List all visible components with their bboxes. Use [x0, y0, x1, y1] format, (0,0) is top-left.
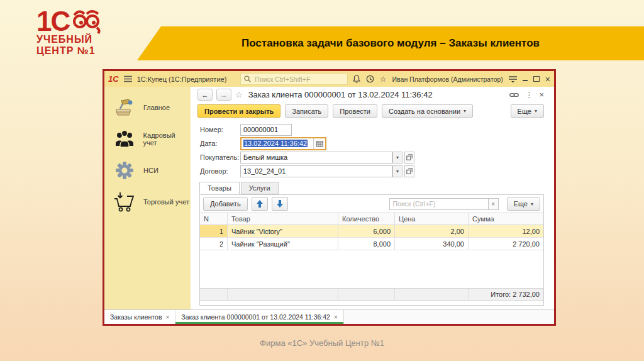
total-cell: Итого: 2 732,00	[469, 289, 543, 300]
clear-search-icon[interactable]: ×	[488, 198, 499, 210]
minimize-button[interactable]	[523, 75, 528, 83]
global-search[interactable]	[240, 73, 347, 85]
slide: 1С УЧЕБНЫЙ ЦЕНТР №1 Постановка задачи ба…	[0, 0, 644, 361]
create-based-on-button[interactable]: Создать на основании▾	[382, 104, 473, 118]
slide-title: Постановка задачи базового модуля – Зака…	[242, 37, 540, 50]
table-toolbar: Добавить × Еще▾	[200, 195, 543, 213]
owl-icon	[70, 8, 103, 34]
back-button[interactable]: ←	[197, 89, 213, 101]
number-label: Номер:	[200, 126, 240, 133]
people-icon	[112, 127, 137, 151]
table-more-button[interactable]: Еще▾	[507, 197, 540, 211]
more-dots-icon[interactable]: ⋮	[525, 91, 533, 99]
post-button[interactable]: Провести	[333, 104, 377, 118]
search-icon	[244, 75, 251, 82]
uc1-logo: 1С УЧЕБНЫЙ ЦЕНТР №1	[36, 8, 125, 57]
notifications-bell-icon[interactable]	[353, 75, 360, 83]
table-footer: Итого: 2 732,00	[200, 288, 543, 301]
col-price[interactable]: Цена	[395, 213, 469, 225]
items-tabs: Товары Услуги	[197, 182, 544, 194]
table-search: ×	[389, 198, 499, 210]
col-qty[interactable]: Количество	[338, 213, 395, 225]
buyer-input[interactable]	[240, 152, 392, 164]
table-empty-area	[200, 250, 543, 288]
logo-line-1: УЧЕБНЫЙ	[36, 34, 125, 45]
sidebar-item-nsi[interactable]: НСИ	[104, 155, 191, 186]
desk-lamp-icon	[112, 96, 137, 119]
sidebar-item-label: Торговый учет	[143, 198, 189, 206]
slide-title-banner: Постановка задачи базового модуля – Зака…	[137, 26, 644, 60]
open-windows-bar: Заказы клиентов× Заказ клиента 000000001…	[104, 309, 554, 324]
form-nav-row: ← → ☆ Заказ клиента 000000001 от 13.02.2…	[197, 87, 544, 103]
form-more-button[interactable]: Еще▾	[511, 104, 544, 118]
contract-label: Договор:	[200, 167, 240, 175]
col-sum[interactable]: Сумма	[469, 213, 543, 225]
buyer-field: ▾	[240, 152, 414, 164]
history-icon[interactable]	[366, 75, 374, 83]
form-close-icon[interactable]: ×	[539, 90, 544, 99]
date-field[interactable]: 13.02.2024 11:36:42	[240, 137, 326, 150]
command-bar: Провести и закрыть Записать Провести Соз…	[197, 103, 544, 119]
total-label: Итого:	[491, 291, 511, 298]
main-menu-icon[interactable]	[124, 75, 132, 82]
logo-1c-mark: 1С	[36, 9, 69, 34]
date-selected-text: 13.02.2024 11:36:42	[243, 140, 308, 147]
col-n[interactable]: N	[200, 213, 228, 225]
post-and-close-button[interactable]: Провести и закрыть	[197, 104, 280, 118]
calendar-icon[interactable]	[313, 138, 325, 149]
window-tab-current-order[interactable]: Заказ клиента 000000001 от 13.02.2024 11…	[175, 310, 343, 324]
document-form: ← → ☆ Заказ клиента 000000001 от 13.02.2…	[191, 87, 554, 309]
buyer-dropdown-icon[interactable]: ▾	[392, 152, 402, 164]
sidebar-item-label: Главное	[143, 104, 170, 111]
global-search-input[interactable]	[253, 75, 343, 84]
app-title: 1С:Купец (1С:Предприятие)	[137, 75, 227, 83]
table-header: N Товар Количество Цена Сумма	[200, 213, 543, 225]
window-tab-orders-list[interactable]: Заказы клиентов×	[104, 310, 175, 324]
tab-goods[interactable]: Товары	[199, 182, 240, 194]
col-product[interactable]: Товар	[228, 213, 338, 225]
move-up-icon[interactable]	[252, 197, 268, 211]
app-titlebar: 1С 1С:Купец (1С:Предприятие) ☆	[104, 71, 554, 87]
get-link-icon[interactable]	[509, 92, 519, 98]
app-window: 1С 1С:Купец (1С:Предприятие) ☆	[103, 69, 556, 326]
sidebar-item-main[interactable]: Главное	[104, 92, 191, 123]
sidebar-item-hr[interactable]: Кадровый учет	[104, 123, 191, 155]
1c-app-logo: 1С	[108, 74, 119, 84]
table-search-input[interactable]	[389, 198, 488, 210]
favorite-star-icon[interactable]: ☆	[235, 90, 243, 99]
sections-sidebar: Главное Кадровый учет	[104, 87, 191, 309]
tab-services[interactable]: Услуги	[241, 182, 279, 194]
tab-close-icon[interactable]: ×	[165, 314, 169, 321]
number-field[interactable]	[240, 124, 292, 136]
contract-open-icon[interactable]	[404, 165, 414, 177]
logo-line-2: ЦЕНТР №1	[36, 45, 125, 57]
close-button[interactable]: ×	[545, 75, 550, 84]
cart-icon	[112, 190, 137, 214]
header-fields: Номер: Дата: 13.02.2024 11:36:42	[197, 119, 544, 179]
goods-panel: Добавить × Еще▾	[199, 194, 544, 306]
buyer-label: Покупатель:	[200, 153, 240, 161]
horizontal-scrollbar[interactable]	[200, 301, 543, 305]
add-row-button[interactable]: Добавить	[203, 197, 248, 211]
write-button[interactable]: Записать	[285, 104, 328, 118]
table-row[interactable]: 1 Чайник "Victory" 6,000 2,00 12,00	[200, 225, 543, 238]
service-settings-icon[interactable]	[509, 75, 517, 83]
contract-field: ▾	[240, 165, 414, 177]
date-label: Дата:	[200, 140, 240, 147]
forward-button[interactable]: →	[216, 89, 231, 101]
sidebar-item-trade[interactable]: Торговый учет	[104, 186, 191, 218]
tab-close-icon[interactable]: ×	[334, 314, 338, 321]
contract-input[interactable]	[240, 165, 392, 177]
sidebar-item-label: Кадровый учет	[143, 131, 191, 147]
move-down-icon[interactable]	[272, 197, 288, 211]
current-user[interactable]: Иван Платформов (Администратор)	[392, 75, 503, 83]
favorites-star-icon[interactable]: ☆	[380, 75, 387, 83]
total-value: 2 732,00	[513, 291, 540, 298]
gear-icon	[112, 158, 137, 182]
contract-dropdown-icon[interactable]: ▾	[392, 165, 402, 177]
sidebar-item-label: НСИ	[143, 167, 158, 174]
table-row[interactable]: 2 Чайник "Разящий" 8,000 340,00 2 720,00	[200, 238, 543, 250]
document-title: Заказ клиента 000000001 от 13.02.2024 11…	[248, 90, 433, 99]
maximize-button[interactable]	[533, 75, 540, 83]
buyer-open-icon[interactable]	[404, 152, 414, 164]
